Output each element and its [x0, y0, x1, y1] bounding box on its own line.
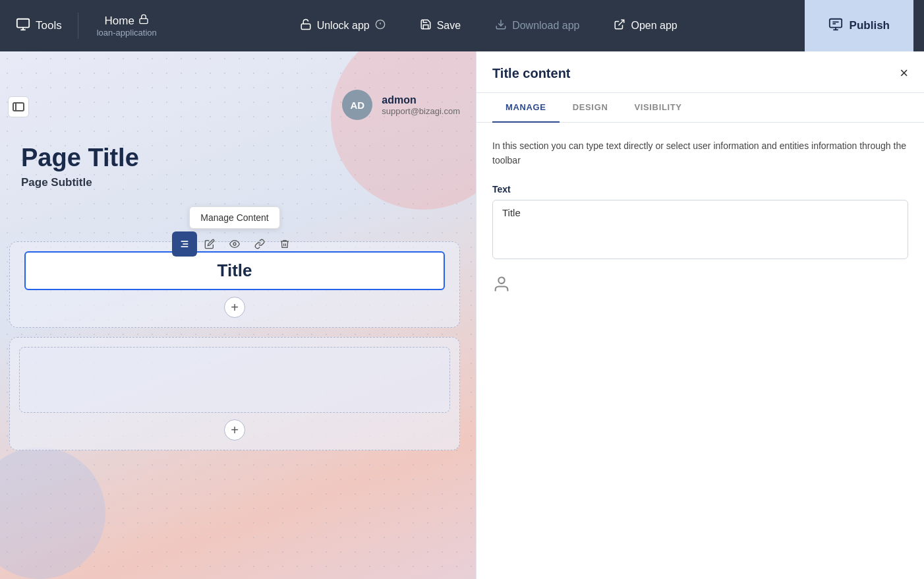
text-input[interactable]	[492, 200, 908, 259]
download-app-button[interactable]: Download app	[480, 12, 594, 40]
save-icon	[420, 18, 432, 34]
title-block[interactable]: Title	[24, 251, 445, 290]
page-title-area: Page Title Page Subtitle	[21, 144, 139, 189]
block-toolbar-wrapper: Manage Content	[172, 206, 297, 257]
canvas: AD admon support@bizagi.com Page Title P…	[0, 51, 476, 579]
nav-right: Publish	[805, 0, 913, 51]
svg-point-19	[498, 277, 504, 283]
blob-blue	[0, 447, 105, 579]
block-toolbar	[172, 231, 297, 257]
tab-visibility[interactable]: VISIBILITY	[621, 93, 695, 123]
panel-header: Title content ×	[476, 51, 924, 93]
add-btn-row-2: +	[19, 419, 450, 441]
sidebar-toggle-button[interactable]	[8, 96, 29, 117]
home-title-row: Home	[105, 14, 149, 28]
svg-rect-13	[13, 103, 24, 111]
second-block-outer: +	[9, 337, 460, 450]
page-subtitle: Page Subtitle	[21, 176, 139, 189]
tab-manage[interactable]: MANAGE	[492, 93, 560, 123]
save-button[interactable]: Save	[405, 12, 475, 40]
blob-pink	[331, 51, 476, 210]
home-label: Home	[105, 15, 134, 28]
divider-1	[78, 13, 78, 39]
content-blocks: Manage Content	[9, 210, 460, 450]
svg-rect-3	[140, 18, 148, 23]
second-block-inner	[19, 347, 450, 413]
unlock-icon	[300, 18, 312, 34]
panel-title: Title content	[492, 66, 571, 92]
panel-body: In this section you can type text direct…	[476, 123, 924, 579]
panel-close-button[interactable]: ×	[900, 65, 908, 92]
user-entity-icon	[492, 275, 908, 297]
user-bar: AD admon support@bizagi.com	[342, 90, 460, 120]
tools-icon	[16, 17, 30, 35]
topnav: Tools Home loan-application Unlock app S…	[0, 0, 924, 51]
lock-icon	[138, 14, 149, 28]
svg-rect-0	[17, 18, 29, 27]
toolbar-delete-button[interactable]	[272, 231, 297, 257]
info-icon	[375, 19, 386, 32]
user-name: admon	[382, 94, 460, 106]
toolbar-link-button[interactable]	[247, 231, 272, 257]
tools-label: Tools	[36, 19, 62, 32]
openapp-label: Open app	[631, 20, 677, 32]
user-info: admon support@bizagi.com	[382, 94, 460, 116]
download-icon	[495, 18, 507, 34]
title-block-outer: Manage Content	[9, 241, 460, 328]
tab-design[interactable]: DESIGN	[560, 93, 621, 123]
tools-button[interactable]: Tools	[11, 17, 75, 35]
toolbar-edit-button[interactable]	[197, 231, 222, 257]
home-subtitle: loan-application	[97, 28, 157, 38]
toolbar-preview-button[interactable]	[222, 231, 247, 257]
toolbar-manage-button[interactable]	[172, 231, 197, 257]
svg-point-18	[233, 243, 236, 245]
publish-label: Publish	[850, 19, 890, 32]
right-panel: Title content × MANAGE DESIGN VISIBILITY…	[476, 51, 924, 579]
main-area: AD admon support@bizagi.com Page Title P…	[0, 51, 924, 579]
save-label: Save	[437, 20, 461, 32]
open-app-button[interactable]: Open app	[599, 12, 691, 40]
page-title: Page Title	[21, 144, 139, 172]
panel-tabs: MANAGE DESIGN VISIBILITY	[476, 93, 924, 123]
openapp-icon	[614, 18, 625, 34]
publish-icon	[828, 17, 843, 35]
unlock-app-button[interactable]: Unlock app	[285, 12, 400, 40]
manage-content-tooltip: Manage Content	[189, 206, 280, 229]
home-button[interactable]: Home loan-application	[81, 14, 173, 38]
svg-rect-4	[301, 24, 310, 29]
nav-center: Unlock app Save Download app Open app	[173, 12, 805, 40]
avatar: AD	[342, 90, 372, 120]
publish-button[interactable]: Publish	[805, 0, 913, 51]
download-label: Download app	[512, 20, 579, 32]
add-btn-row-1: +	[19, 297, 450, 318]
unlock-label: Unlock app	[317, 20, 370, 32]
svg-line-9	[619, 20, 624, 25]
add-element-button-1[interactable]: +	[224, 297, 245, 318]
panel-description: In this section you can type text direct…	[492, 138, 908, 168]
svg-rect-10	[829, 18, 841, 27]
text-field-label: Text	[492, 184, 908, 195]
add-element-button-2[interactable]: +	[224, 419, 245, 441]
user-email: support@bizagi.com	[382, 106, 460, 116]
